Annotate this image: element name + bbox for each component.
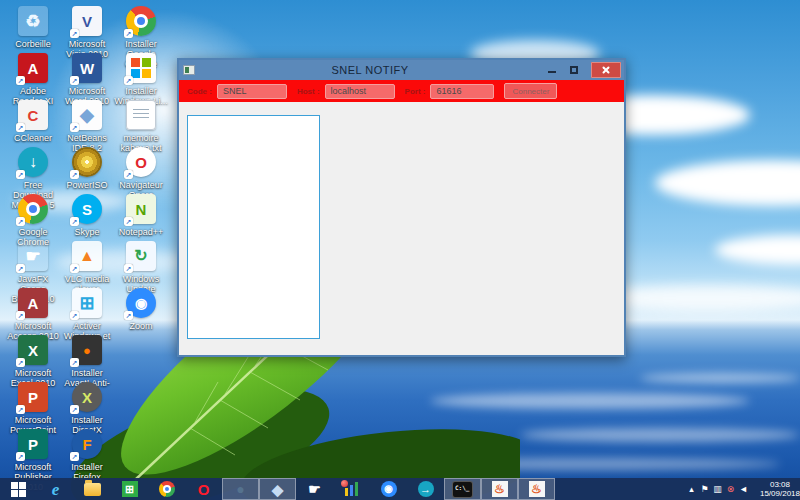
notifications-listbox[interactable] xyxy=(187,115,320,339)
taskbar-netbeans[interactable]: ◆ xyxy=(259,478,296,500)
desktop-icon-windows-live-installer[interactable]: Installer Windows Li... xyxy=(114,53,168,106)
tray-av-alert-icon[interactable]: ⊗ xyxy=(724,478,737,500)
ireport-icon xyxy=(344,482,360,496)
taskbar-java-app-1[interactable]: ♨ xyxy=(481,478,518,500)
taskbar-ireport[interactable] xyxy=(333,478,370,500)
window-snel-notify: SNEL NOTIFY Code :Host :Port :Connecter xyxy=(177,58,626,357)
desktop-icon-chrome[interactable]: Google Chrome xyxy=(6,194,60,247)
ccleaner-icon: C xyxy=(18,100,48,130)
java-app-2-icon: ♨ xyxy=(529,481,545,497)
port-input[interactable] xyxy=(430,84,494,99)
shortcut-arrow-icon xyxy=(16,123,25,132)
chrome-installer-icon xyxy=(126,6,156,36)
taskbar-java-app-2[interactable]: ♨ xyxy=(518,478,555,500)
taskbar-store[interactable]: ⊞ xyxy=(111,478,148,500)
desktop-icon-directx-installer[interactable]: X Installer DirectX xyxy=(60,382,114,435)
taskbar-file-explorer[interactable] xyxy=(74,478,111,500)
java-app-1-icon: ♨ xyxy=(492,481,508,497)
taskbar-items: e ⊞ O ● ◆ ☛ ◉ → C:\_ ♨ ♨ xyxy=(0,478,555,500)
window-title: SNEL NOTIFY xyxy=(195,64,545,76)
taskbar-internet-explorer[interactable]: e xyxy=(37,478,74,500)
host-label: Host : xyxy=(297,87,320,96)
taskbar-pgadmin[interactable]: ● xyxy=(222,478,259,500)
desktop: ♻ Corbeille V Microsoft Visio 2010 Insta… xyxy=(0,0,800,500)
shortcut-arrow-icon xyxy=(70,170,79,179)
desktop-icon-netbeans[interactable]: ◆ NetBeans IDE 8.2 xyxy=(60,100,114,153)
taskbar-start[interactable] xyxy=(0,478,37,500)
icon-label: Notepad++ xyxy=(113,227,169,237)
excel-icon: X xyxy=(18,335,48,365)
tray-action-center-flag-icon[interactable]: ⚑ xyxy=(698,478,711,500)
taskbar-chrome[interactable] xyxy=(148,478,185,500)
desktop-icon-notepad-plus[interactable]: N Notepad++ xyxy=(114,194,168,237)
shortcut-arrow-icon xyxy=(70,311,79,320)
window-content xyxy=(179,102,624,355)
tray-volume-icon[interactable]: ◄ xyxy=(737,478,750,500)
taskbar-opera[interactable]: O xyxy=(185,478,222,500)
scene-builder-icon: ☛ xyxy=(18,241,48,271)
desktop-icon-firefox-installer[interactable]: F Installer Firefox xyxy=(60,429,114,482)
minimize-button[interactable] xyxy=(545,63,559,77)
taskbar-cmd[interactable]: C:\_ xyxy=(444,478,481,500)
icon-label: CCleaner xyxy=(5,133,61,143)
desktop-icon-adobe-reader[interactable]: A Adobe Reader XI xyxy=(6,53,60,106)
taskbar: e ⊞ O ● ◆ ☛ ◉ → C:\_ ♨ ♨ ▴⚑▥⊗◄ 03:08 15/… xyxy=(0,478,800,500)
zoom-icon: ◉ xyxy=(126,288,156,318)
maximize-button[interactable] xyxy=(567,63,581,77)
shortcut-arrow-icon xyxy=(16,311,25,320)
connect-button[interactable]: Connecter xyxy=(504,83,557,99)
clock-time: 03:08 xyxy=(760,480,800,489)
desktop-icon-ccleaner[interactable]: C CCleaner xyxy=(6,100,60,143)
port-label: Port : xyxy=(405,87,426,96)
desktop-icon-skype[interactable]: S Skype xyxy=(60,194,114,237)
desktop-icon-word[interactable]: W Microsoft Word 2010 xyxy=(60,53,114,106)
desktop-icon-opera[interactable]: O Navigateur Opera xyxy=(114,147,168,200)
shortcut-arrow-icon xyxy=(124,29,133,38)
host-input[interactable] xyxy=(325,84,395,99)
code-input[interactable] xyxy=(217,84,287,99)
taskbar-scene-builder[interactable]: ☛ xyxy=(296,478,333,500)
desktop-icon-windows-update[interactable]: ↻ Windows Update xyxy=(114,241,168,294)
tray-hidden-icons-icon[interactable]: ▴ xyxy=(685,478,698,500)
desktop-icon-memoire-txt[interactable]: memoire kabeya.txt xyxy=(114,100,168,153)
skype-icon: S xyxy=(72,194,102,224)
clock[interactable]: 03:08 15/09/2018 xyxy=(760,480,800,498)
shortcut-arrow-icon xyxy=(70,123,79,132)
shortcut-arrow-icon xyxy=(124,311,133,320)
visio-icon: V xyxy=(72,6,102,36)
close-button[interactable] xyxy=(591,62,621,78)
poweriso-icon xyxy=(72,147,102,177)
firefox-installer-icon: F xyxy=(72,429,102,459)
desktop-icon-visio[interactable]: V Microsoft Visio 2010 xyxy=(60,6,114,59)
clock-date: 15/09/2018 xyxy=(760,489,800,498)
chrome-icon xyxy=(159,481,175,497)
shortcut-arrow-icon xyxy=(124,170,133,179)
shortcut-arrow-icon xyxy=(70,405,79,414)
desktop-icon-zoom[interactable]: ◉ Zoom xyxy=(114,288,168,331)
publisher-icon: P xyxy=(18,429,48,459)
icon-label: Skype xyxy=(59,227,115,237)
desktop-icon-recycle-bin[interactable]: ♻ Corbeille xyxy=(6,6,60,49)
netbeans-icon: ◆ xyxy=(72,100,102,130)
file-explorer-icon xyxy=(84,483,101,496)
shortcut-arrow-icon xyxy=(124,264,133,273)
word-icon: W xyxy=(72,53,102,83)
icon-label: Corbeille xyxy=(5,39,61,49)
desktop-icon-access[interactable]: A Microsoft Access 2010 xyxy=(6,288,60,341)
titlebar[interactable]: SNEL NOTIFY xyxy=(179,60,624,80)
icon-label: PowerISO xyxy=(59,180,115,190)
desktop-icon-poweriso[interactable]: PowerISO xyxy=(60,147,114,190)
desktop-icon-excel[interactable]: X Microsoft Excel 2010 xyxy=(6,335,60,388)
cmd-icon: C:\_ xyxy=(453,482,472,497)
start-icon xyxy=(11,482,27,497)
desktop-icon-vlc[interactable]: ▲ VLC media player xyxy=(60,241,114,294)
memoire-txt-icon xyxy=(126,100,156,130)
code-label: Code : xyxy=(187,87,212,96)
connection-toolbar: Code :Host :Port :Connecter xyxy=(179,80,624,102)
powerpoint-icon: P xyxy=(18,382,48,412)
tray-network-icon[interactable]: ▥ xyxy=(711,478,724,500)
taskbar-zoom[interactable]: ◉ xyxy=(370,478,407,500)
directx-installer-icon: X xyxy=(72,382,102,412)
taskbar-fdm[interactable]: → xyxy=(407,478,444,500)
shortcut-arrow-icon xyxy=(124,76,133,85)
